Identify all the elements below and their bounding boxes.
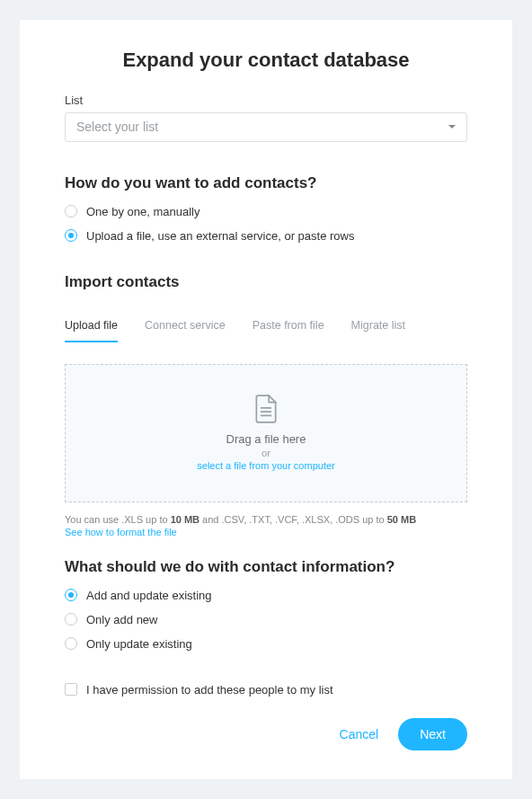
add-method-heading: How do you want to add contacts?: [65, 174, 467, 192]
tab-migrate-list[interactable]: Migrate list: [351, 319, 405, 342]
page-title: Expand your contact database: [65, 49, 467, 72]
tab-connect-service[interactable]: Connect service: [145, 319, 226, 342]
radio-icon: [65, 637, 77, 650]
checkbox-icon: [65, 683, 77, 696]
file-hint: You can use .XLS up to 10 MB and .CSV, .…: [65, 513, 467, 527]
radio-label: Only add new: [86, 613, 158, 626]
tab-upload-file[interactable]: Upload file: [65, 319, 118, 342]
dialog-card: Expand your contact database List Select…: [20, 20, 512, 779]
radio-icon: [65, 229, 77, 242]
radio-add-update[interactable]: Add and update existing: [65, 589, 467, 602]
next-button[interactable]: Next: [398, 718, 467, 750]
radio-label: Only update existing: [86, 637, 192, 651]
chevron-down-icon: [448, 125, 456, 129]
import-heading: Import contacts: [65, 273, 467, 291]
radio-label: One by one, manually: [86, 205, 200, 218]
radio-add-manual[interactable]: One by one, manually: [65, 205, 467, 218]
info-handling-heading: What should we do with contact informati…: [65, 558, 467, 576]
list-select-placeholder: Select your list: [76, 120, 158, 134]
dropzone-or: or: [262, 448, 270, 458]
tab-paste-from-file[interactable]: Paste from file: [253, 319, 324, 342]
permission-label: I have permission to add these people to…: [86, 683, 333, 697]
dropzone-drag-text: Drag a file here: [226, 432, 306, 446]
radio-icon: [65, 205, 77, 218]
import-tabs: Upload file Connect service Paste from f…: [65, 319, 467, 342]
radio-upload-file[interactable]: Upload a file, use an external service, …: [65, 229, 467, 243]
list-select[interactable]: Select your list: [65, 112, 467, 142]
dropzone-select-link[interactable]: select a file from your computer: [197, 460, 334, 471]
radio-label: Add and update existing: [86, 589, 212, 602]
dialog-actions: Cancel Next: [65, 697, 467, 750]
list-label: List: [65, 93, 467, 107]
file-icon: [254, 395, 278, 423]
radio-only-add[interactable]: Only add new: [65, 613, 467, 626]
file-dropzone[interactable]: Drag a file here or select a file from y…: [65, 364, 467, 502]
radio-icon: [65, 613, 77, 626]
radio-icon: [65, 589, 77, 601]
permission-checkbox-row[interactable]: I have permission to add these people to…: [65, 683, 467, 697]
radio-label: Upload a file, use an external service, …: [86, 229, 354, 243]
format-help-link[interactable]: See how to format the file: [65, 527, 467, 537]
radio-only-update[interactable]: Only update existing: [65, 637, 467, 651]
cancel-button[interactable]: Cancel: [340, 727, 379, 741]
